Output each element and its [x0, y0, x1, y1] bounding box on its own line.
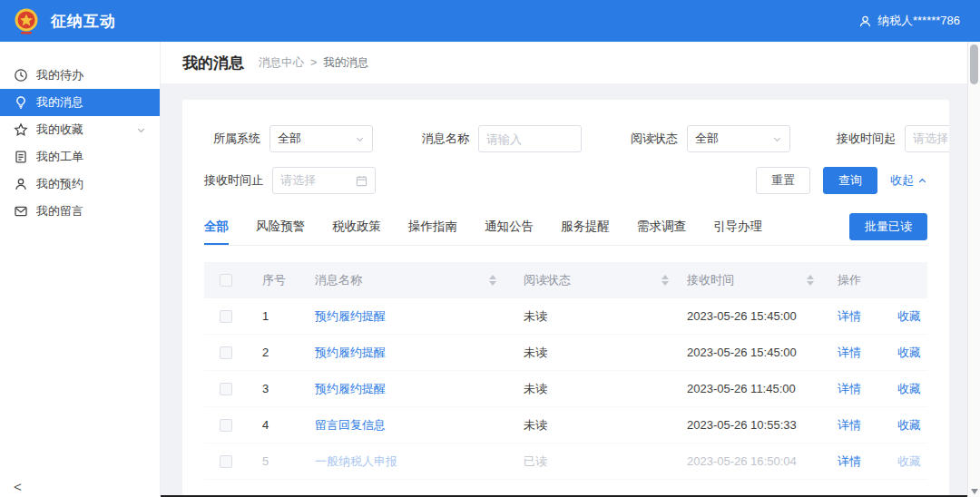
collapse-filters-link[interactable]: 收起	[890, 172, 927, 189]
message-name-link[interactable]: 预约履约提醒	[315, 345, 386, 361]
filter-system-label: 所属系统	[204, 131, 260, 147]
breadcrumb-separator: >	[310, 56, 317, 69]
filter-name-label: 消息名称	[413, 131, 469, 147]
app-title: 征纳互动	[51, 11, 116, 32]
detail-link[interactable]: 详情	[838, 308, 861, 325]
tab-demand-survey[interactable]: 需求调查	[637, 209, 686, 245]
tab-all[interactable]: 全部	[204, 209, 229, 245]
row-no: 3	[248, 382, 302, 395]
top-header-bar: 征纳互动 纳税人******786	[0, 0, 980, 42]
row-checkbox[interactable]	[220, 455, 232, 468]
sidebar-item-label: 我的留言	[36, 203, 83, 219]
reset-button[interactable]: 重置	[756, 167, 810, 194]
scrollbar-thumb[interactable]	[970, 44, 978, 84]
table-row: 1 预约履约提醒 未读 2023-05-26 15:45:00 详情 收藏	[204, 298, 927, 335]
message-name-link[interactable]: 预约履约提醒	[315, 381, 386, 397]
filter-status: 阅读状态 全部	[622, 125, 790, 152]
row-no: 4	[248, 418, 302, 432]
detail-link[interactable]: 详情	[838, 417, 861, 434]
sidebar-item-appointments[interactable]: 我的预约	[0, 171, 160, 198]
message-name-field	[478, 125, 582, 152]
row-checkbox[interactable]	[220, 310, 232, 323]
favorite-link[interactable]: 收藏	[897, 417, 921, 434]
select-all-checkbox[interactable]	[220, 274, 232, 287]
sidebar-item-workorders[interactable]: 我的工单	[0, 143, 160, 171]
tax-emblem-logo-icon	[11, 5, 42, 36]
breadcrumb-current: 我的消息	[323, 55, 368, 71]
col-name-header: 消息名称	[302, 272, 511, 288]
filter-name: 消息名称	[413, 125, 582, 152]
page-title: 我的消息	[182, 53, 244, 73]
main-area: 我的消息 消息中心 > 我的消息 所属系统 全部	[161, 42, 967, 497]
row-time: 2023-05-26 15:45:00	[687, 309, 797, 323]
row-time: 2023-05-26 15:45:00	[687, 346, 797, 359]
row-status: 未读	[524, 308, 547, 325]
col-status-header: 阅读状态	[511, 272, 683, 288]
sidebar-item-label: 我的消息	[36, 94, 83, 111]
sidebar: 我的待办 我的消息 我的收藏	[0, 42, 161, 497]
col-time-label: 接收时间	[687, 272, 734, 288]
sidebar-item-favorites[interactable]: 我的收藏	[0, 116, 160, 143]
message-name-link[interactable]: 一般纳税人申报	[315, 453, 397, 470]
row-time: 2023-05-26 11:45:00	[687, 382, 796, 395]
col-time-header: 接收时间	[683, 272, 828, 288]
user-name: 纳税人******786	[877, 13, 960, 29]
row-checkbox[interactable]	[220, 346, 232, 359]
row-checkbox[interactable]	[220, 383, 232, 395]
favorite-link[interactable]: 收藏	[897, 381, 921, 397]
message-name-input[interactable]	[486, 132, 559, 146]
sort-control-name[interactable]	[489, 275, 496, 286]
tab-tax-policy[interactable]: 税收政策	[332, 209, 381, 245]
workorder-icon	[14, 150, 28, 164]
detail-link[interactable]: 详情	[838, 381, 861, 397]
tab-operation-guide[interactable]: 操作指南	[408, 209, 457, 245]
row-checkbox[interactable]	[220, 419, 232, 432]
message-name-link[interactable]: 预约履约提醒	[315, 308, 386, 325]
header-checkbox-cell	[204, 274, 248, 287]
calendar-icon	[356, 175, 368, 187]
content-wrapper: 所属系统 全部 消息名称	[161, 83, 967, 497]
search-button[interactable]: 查询	[823, 167, 877, 194]
tab-notice[interactable]: 通知公告	[485, 209, 534, 245]
batch-read-button[interactable]: 批量已读	[849, 213, 927, 240]
sidebar-item-messages[interactable]: 我的消息	[0, 89, 160, 116]
page-body: 我的待办 我的消息 我的收藏	[0, 42, 980, 497]
table-header-row: 序号 消息名称 阅读状态 接收时间	[204, 262, 927, 298]
breadcrumb-parent[interactable]: 消息中心	[259, 55, 304, 71]
scrollbar-down-arrow-icon[interactable]	[971, 489, 978, 494]
detail-link[interactable]: 详情	[838, 345, 861, 361]
detail-link[interactable]: 详情	[838, 453, 861, 470]
sidebar-item-todo[interactable]: 我的待办	[0, 62, 160, 89]
filter-time-start-label: 接收时间起	[830, 131, 896, 147]
sort-control-time[interactable]	[807, 275, 814, 286]
tab-risk-alert[interactable]: 风险预警	[256, 209, 305, 245]
tab-service-reminder[interactable]: 服务提醒	[561, 209, 610, 245]
tab-guided-handling[interactable]: 引导办理	[713, 209, 762, 245]
user-icon	[858, 15, 872, 28]
filter-actions: 重置 查询 收起	[756, 167, 927, 194]
row-status: 未读	[524, 381, 547, 397]
favorite-link[interactable]: 收藏	[897, 345, 921, 361]
table-row: 3 预约履约提醒 未读 2023-05-26 11:45:00 详情 收藏	[204, 371, 927, 407]
user-account[interactable]: 纳税人******786	[858, 13, 960, 29]
time-start-datepicker[interactable]: 请选择	[905, 125, 949, 152]
sidebar-collapse-button[interactable]: <	[14, 480, 22, 493]
messages-table: 序号 消息名称 阅读状态 接收时间	[204, 262, 927, 480]
favorite-link[interactable]: 收藏	[897, 453, 921, 470]
sidebar-item-comments[interactable]: 我的留言	[0, 198, 160, 225]
system-select[interactable]: 全部	[270, 125, 373, 152]
filter-system: 所属系统 全部	[204, 125, 373, 152]
time-start-placeholder: 请选择	[913, 131, 948, 147]
row-status: 未读	[524, 417, 547, 434]
time-end-datepicker[interactable]: 请选择	[272, 167, 376, 194]
message-name-link[interactable]: 留言回复信息	[315, 417, 386, 434]
system-select-value: 全部	[278, 131, 301, 147]
favorite-link[interactable]: 收藏	[897, 308, 921, 325]
vertical-scrollbar[interactable]	[967, 42, 980, 497]
sort-control-status[interactable]	[662, 275, 669, 286]
row-no: 1	[248, 309, 302, 323]
breadcrumb: 消息中心 > 我的消息	[259, 55, 368, 71]
row-status: 已读	[524, 453, 547, 470]
row-time: 2023-05-26 16:50:04	[687, 454, 797, 468]
read-status-select[interactable]: 全部	[687, 125, 790, 152]
